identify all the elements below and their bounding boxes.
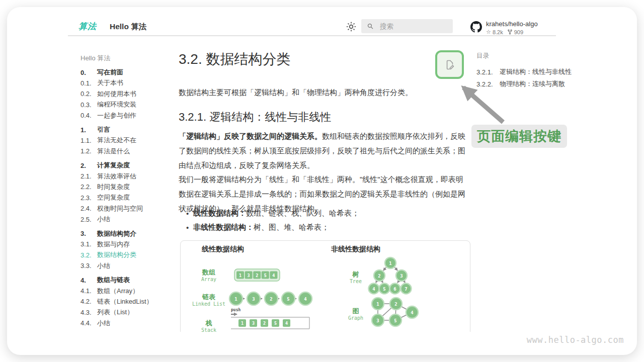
graph-node-value: 5 — [394, 318, 396, 323]
tree-node-value: 2 — [378, 274, 380, 279]
page-viewport: Hello 算法 0.写在前面 0.1.关于本书 0.2.如何使用本书 0.3.… — [7, 36, 637, 332]
section-title: 3.2.1. 逻辑结构：线性与非线性 — [179, 110, 331, 125]
list-node-value: 2 — [270, 297, 272, 302]
sidebar-item-2-2[interactable]: 2.2.时间复杂度 — [80, 182, 176, 192]
sidebar-group-3[interactable]: 3.数据结构简介 — [80, 228, 176, 239]
sidebar-item-0-4[interactable]: 0.4.一起参与创作 — [80, 110, 176, 121]
sidebar-item-2-4[interactable]: 2.4.权衡时间与空间 — [80, 203, 176, 214]
sidebar-item-4-3[interactable]: 4.3.列表（List） — [80, 307, 176, 318]
toc-item-1[interactable]: 3.2.1.逻辑结构：线性与非线性 — [476, 66, 582, 78]
linked-list-nodes: 1 3 2 5 4 — [229, 292, 312, 305]
intro-paragraph: 数据结构主要可根据「逻辑结构」和「物理结构」两种角度进行分类。 — [179, 88, 413, 98]
stack-cell-value: 2 — [263, 321, 266, 326]
list-node-value: 5 — [287, 297, 289, 302]
browser-page: 算法 Hello 算法 krahets/hello-algo ☆ 8.2k 90… — [7, 7, 637, 355]
array-cells: 1 3 2 5 4 — [236, 272, 277, 279]
sidebar-group-2[interactable]: 2.计算复杂度 — [80, 160, 176, 171]
theme-toggle-icon[interactable] — [346, 22, 356, 32]
search-box[interactable] — [361, 19, 453, 33]
tree-node-value: 4 — [372, 287, 375, 292]
stack-cell-value: 3 — [252, 321, 255, 326]
repo-stars: 8.2k — [493, 29, 503, 35]
toc: 目录 3.2.1.逻辑结构：线性与非线性 3.2.2.物理结构：连续与离散 — [476, 52, 582, 90]
sidebar-item-0-2[interactable]: 0.2.如何使用本书 — [80, 88, 176, 99]
sidebar-item-4-2[interactable]: 4.2.链表（LinkedList） — [80, 296, 176, 307]
graph-node-value: 4 — [411, 310, 414, 315]
stack-cell-value: 1 — [241, 321, 244, 326]
graph-node-value: 1 — [376, 302, 379, 307]
sidebar-item-2-1[interactable]: 2.1.算法效率评估 — [80, 171, 176, 182]
site-logo[interactable]: 算法 — [78, 21, 97, 32]
toc-title: 目录 — [476, 52, 582, 60]
graph-node-value: 3 — [376, 318, 379, 323]
sidebar-item-4-4[interactable]: 4.4.小结 — [80, 318, 176, 328]
site-title[interactable]: Hello 算法 — [110, 22, 146, 32]
array-cell-value: 3 — [248, 273, 250, 278]
edit-icon — [443, 58, 456, 71]
graph-diagram: 1 2 4 3 5 — [372, 298, 418, 326]
tree-node-value: 5 — [383, 287, 385, 292]
sidebar-root[interactable]: Hello 算法 — [80, 53, 176, 63]
toc-item-2[interactable]: 3.2.2.物理结构：连续与离散 — [476, 78, 582, 90]
sidebar-item-0-3[interactable]: 0.3.编程环境安装 — [80, 100, 176, 110]
bullet-dot: • — [186, 223, 189, 232]
page-title: 3.2. 数据结构分类 — [179, 50, 290, 69]
array-cell-value: 2 — [256, 273, 258, 278]
stack-diagram: push 1 3 2 5 4 — [231, 308, 309, 329]
figure-data-structures: 线性数据结构 非线性数据结构 数组 Array 链表 Linked List 栈… — [180, 240, 470, 332]
star-icon: ☆ — [486, 29, 491, 35]
graph-node-value: 2 — [394, 302, 397, 307]
sidebar-item-1-1[interactable]: 1.1.算法无处不在 — [80, 135, 176, 146]
fork-icon — [507, 29, 513, 35]
page-edit-button[interactable] — [435, 50, 464, 79]
logic-structure-paragraph: 「逻辑结构」反映了数据之间的逻辑关系。数组和链表的数据按照顺序依次排列，反映了数… — [179, 129, 469, 172]
array-cell-value: 1 — [239, 273, 242, 278]
array-cell-value: 4 — [272, 273, 275, 278]
push-label: push — [231, 308, 240, 312]
repo-stats: ☆ 8.2k 909 — [486, 29, 538, 35]
github-icon — [470, 21, 482, 35]
sidebar-item-3-2-active[interactable]: 3.2.数据结构分类 — [80, 250, 176, 260]
list-node-value: 4 — [304, 297, 307, 302]
array-cell-value: 5 — [264, 273, 267, 278]
bullet-dot: • — [186, 209, 189, 218]
figure-diagram: 1 3 2 5 4 1 3 — [181, 241, 469, 332]
repo-forks: 909 — [514, 29, 523, 35]
sidebar-item-3-1[interactable]: 3.1.数据与内存 — [80, 239, 176, 249]
list-node-value: 1 — [234, 297, 237, 302]
repo-name: krahets/hello-algo — [486, 20, 538, 28]
sidebar-item-4-1[interactable]: 4.1.数组（Array） — [80, 286, 176, 296]
github-repo-link[interactable]: krahets/hello-algo ☆ 8.2k 909 — [470, 20, 538, 35]
tree-diagram: 1 2 3 4 5 6 7 — [369, 257, 412, 294]
sidebar-item-3-3[interactable]: 3.3.小结 — [80, 260, 176, 271]
annotation-label: 页面编辑按键 — [471, 125, 567, 148]
search-icon — [367, 23, 374, 30]
sidebar-group-4[interactable]: 4.数组与链表 — [80, 275, 176, 285]
sidebar-item-0-1[interactable]: 0.1.关于本书 — [80, 78, 176, 88]
sidebar-item-2-5[interactable]: 2.5.小结 — [80, 214, 176, 224]
sidebar-group-0[interactable]: 0.写在前面 — [80, 67, 176, 77]
tree-node-value: 6 — [393, 287, 396, 292]
sidebar-group-1[interactable]: 1.引言 — [80, 124, 176, 135]
list-item-linear: •线性数据结构：数组、链表、栈、队列、哈希表； — [179, 209, 469, 218]
search-input[interactable] — [379, 22, 446, 31]
stack-cell-value: 4 — [285, 321, 288, 326]
tree-node-value: 7 — [405, 287, 407, 292]
sidebar-item-2-3[interactable]: 2.3.空间复杂度 — [80, 193, 176, 203]
tree-node-value: 1 — [389, 261, 391, 266]
tree-node-value: 3 — [400, 274, 403, 279]
site-watermark: www.hello-algo.com — [527, 335, 624, 345]
sidebar-nav: Hello 算法 0.写在前面 0.1.关于本书 0.2.如何使用本书 0.3.… — [80, 53, 176, 328]
list-item-nonlinear: •非线性数据结构：树、图、堆、哈希表； — [179, 223, 469, 232]
sidebar-item-1-2[interactable]: 1.2.算法是什么 — [80, 146, 176, 156]
list-node-value: 3 — [252, 297, 255, 302]
stack-cell-value: 5 — [274, 321, 277, 326]
